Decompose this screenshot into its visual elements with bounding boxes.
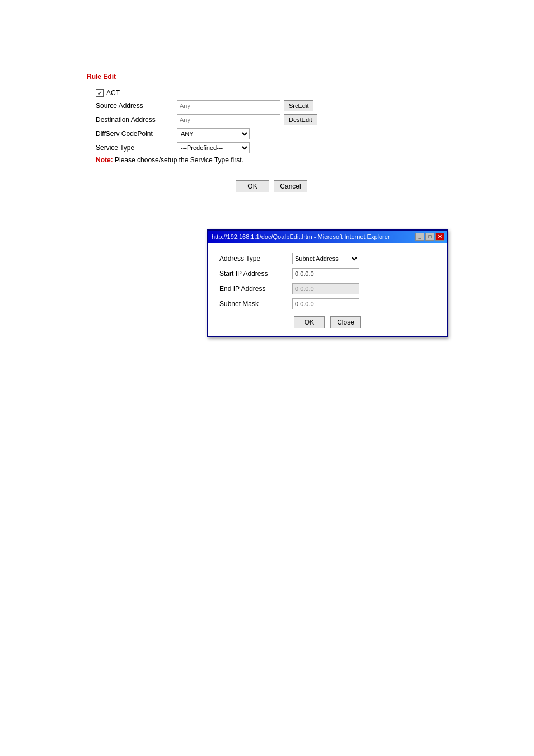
diffserv-select[interactable]: ANY xyxy=(177,128,250,139)
start-ip-input[interactable] xyxy=(292,268,359,279)
rule-edit-box: ✔ ACT Source Address SrcEdit Destination… xyxy=(87,83,456,171)
src-edit-button[interactable]: SrcEdit xyxy=(284,100,313,111)
act-row: ✔ ACT xyxy=(96,89,447,97)
diffserv-row: DiffServ CodePoint ANY xyxy=(96,128,447,139)
act-checkbox[interactable]: ✔ xyxy=(96,89,104,97)
ok-button[interactable]: OK xyxy=(236,180,269,192)
popup-titlebar-icons: _ □ ✕ xyxy=(415,233,444,241)
diffserv-label: DiffServ CodePoint xyxy=(96,130,177,138)
popup-close-button[interactable]: Close xyxy=(330,316,361,328)
start-ip-label: Start IP Address xyxy=(219,270,292,278)
source-address-label: Source Address xyxy=(96,102,177,110)
source-address-input[interactable] xyxy=(177,100,280,111)
popup-window: http://192.168.1.1/doc/QoaIpEdit.htm - M… xyxy=(207,229,448,337)
subnet-mask-label: Subnet Mask xyxy=(219,300,292,308)
start-ip-row: Start IP Address xyxy=(219,268,435,279)
note-text: Please choose/setup the Service Type fir… xyxy=(113,156,243,164)
subnet-mask-row: Subnet Mask xyxy=(219,298,435,309)
popup-content: Address Type Subnet Address Start IP Add… xyxy=(208,243,447,336)
subnet-mask-input[interactable] xyxy=(292,298,359,309)
dest-edit-button[interactable]: DestEdit xyxy=(284,114,317,125)
address-type-label: Address Type xyxy=(219,255,292,262)
popup-titlebar: http://192.168.1.1/doc/QoaIpEdit.htm - M… xyxy=(208,231,447,243)
note-prefix: Note: xyxy=(96,156,113,164)
act-label: ACT xyxy=(106,89,120,97)
service-type-select[interactable]: ---Predefined--- xyxy=(177,142,250,153)
end-ip-input[interactable] xyxy=(292,283,359,294)
rule-edit-section: Rule Edit ✔ ACT Source Address SrcEdit D… xyxy=(87,73,456,192)
popup-ok-button[interactable]: OK xyxy=(294,316,325,328)
rule-edit-title: Rule Edit xyxy=(87,73,456,81)
destination-address-input[interactable] xyxy=(177,114,280,125)
destination-address-label: Destination Address xyxy=(96,116,177,124)
cancel-button[interactable]: Cancel xyxy=(274,180,307,192)
restore-button[interactable]: □ xyxy=(425,233,434,241)
service-type-row: Service Type ---Predefined--- xyxy=(96,142,447,153)
popup-ok-cancel: OK Close xyxy=(219,316,435,328)
destination-address-row: Destination Address DestEdit xyxy=(96,114,447,125)
source-address-row: Source Address SrcEdit xyxy=(96,100,447,111)
end-ip-label: End IP Address xyxy=(219,285,292,293)
popup-title-text: http://192.168.1.1/doc/QoaIpEdit.htm - M… xyxy=(212,233,390,240)
address-type-select[interactable]: Subnet Address xyxy=(292,253,359,264)
address-type-row: Address Type Subnet Address xyxy=(219,253,435,264)
close-button[interactable]: ✕ xyxy=(435,233,444,241)
service-type-label: Service Type xyxy=(96,144,177,152)
end-ip-row: End IP Address xyxy=(219,283,435,294)
ok-cancel-row: OK Cancel xyxy=(87,180,456,192)
minimize-button[interactable]: _ xyxy=(415,233,424,241)
note-row: Note: Please choose/setup the Service Ty… xyxy=(96,156,447,164)
